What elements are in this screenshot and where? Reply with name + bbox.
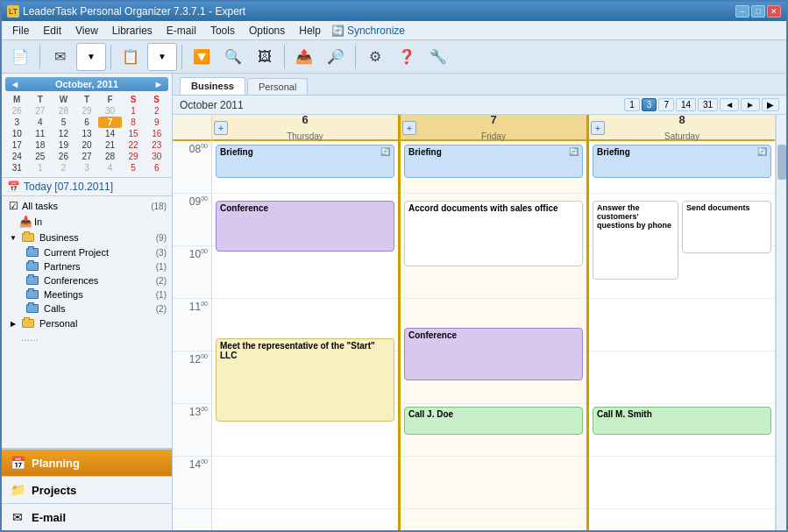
cal-day[interactable]: 2 bbox=[145, 105, 168, 117]
view-14day[interactable]: 14 bbox=[676, 98, 696, 111]
cal-day[interactable]: 27 bbox=[75, 151, 99, 162]
cal-day[interactable]: 22 bbox=[122, 139, 146, 151]
tree-item-business[interactable]: ▼ Business (9) bbox=[2, 230, 172, 245]
toolbar-settings-button[interactable]: ⚙ bbox=[360, 43, 390, 71]
sync-button[interactable]: 🔄 Synchronize bbox=[331, 25, 405, 37]
toolbar-send-button[interactable]: 📤 bbox=[289, 43, 319, 71]
toolbar-run-button[interactable]: 🔧 bbox=[423, 43, 453, 71]
cal-day[interactable]: 16 bbox=[145, 128, 168, 139]
cal-day[interactable]: 31 bbox=[5, 162, 29, 174]
view-1day[interactable]: 1 bbox=[624, 98, 640, 111]
cal-day[interactable]: 19 bbox=[52, 139, 75, 151]
cal-day[interactable]: 20 bbox=[75, 139, 99, 151]
mini-cal-next[interactable]: ► bbox=[153, 79, 165, 89]
maximize-button[interactable]: □ bbox=[751, 5, 765, 18]
view-3day[interactable]: 3 bbox=[642, 98, 657, 111]
nav-email[interactable]: ✉ E-mail bbox=[2, 503, 172, 530]
cal-day[interactable]: 9 bbox=[145, 117, 168, 128]
cal-day[interactable]: 28 bbox=[98, 151, 122, 162]
toolbar-find-button[interactable]: 🔎 bbox=[321, 43, 351, 71]
view-7day[interactable]: 7 bbox=[658, 98, 674, 111]
cal-day[interactable]: 12 bbox=[52, 128, 75, 139]
cal-day[interactable]: 17 bbox=[5, 139, 29, 151]
tree-item-current-project[interactable]: Current Project (3) bbox=[2, 245, 172, 259]
cal-day[interactable]: 14 bbox=[98, 128, 122, 139]
event-briefing-7[interactable]: Briefing 🔄 bbox=[404, 145, 583, 178]
menu-edit[interactable]: Edit bbox=[36, 23, 68, 39]
nav-planning[interactable]: 📅 Planning bbox=[2, 449, 172, 476]
close-button[interactable]: ✕ bbox=[767, 5, 781, 18]
toolbar-image-button[interactable]: 🖼 bbox=[250, 43, 280, 71]
mini-cal-prev[interactable]: ◄ bbox=[9, 79, 21, 89]
toolbar-task-dropdown[interactable]: ▼ bbox=[147, 43, 177, 71]
toolbar-search-button[interactable]: 🔍 bbox=[218, 43, 248, 71]
event-conference-6[interactable]: Conference bbox=[216, 201, 394, 252]
menu-view[interactable]: View bbox=[68, 23, 105, 39]
cal-day[interactable]: 6 bbox=[145, 162, 168, 174]
tree-item-all-tasks[interactable]: ☑ All tasks (18) bbox=[2, 198, 172, 214]
cal-day[interactable]: 2 bbox=[52, 162, 75, 174]
tree-item-conferences[interactable]: Conferences (2) bbox=[2, 273, 172, 287]
cal-day[interactable]: 10 bbox=[5, 128, 29, 139]
cal-day[interactable]: 5 bbox=[52, 117, 75, 128]
tab-business[interactable]: Business bbox=[180, 77, 245, 95]
nav-projects[interactable]: 📁 Projects bbox=[2, 476, 172, 503]
event-answer-8[interactable]: Answer the customers' questions by phone bbox=[593, 201, 678, 280]
cal-day-today[interactable]: 7 bbox=[98, 117, 122, 128]
cal-day[interactable]: 27 bbox=[29, 105, 53, 117]
toolbar-help-button[interactable]: ❓ bbox=[392, 43, 422, 71]
cal-day[interactable]: 13 bbox=[75, 128, 99, 139]
cal-day[interactable]: 4 bbox=[98, 162, 122, 174]
toolbar-filter-button[interactable]: 🔽 bbox=[187, 43, 217, 71]
add-event-button-6[interactable]: + bbox=[214, 121, 228, 135]
cal-day[interactable]: 29 bbox=[122, 151, 146, 162]
menu-email[interactable]: E-mail bbox=[160, 23, 203, 39]
toolbar-email-dropdown[interactable]: ▼ bbox=[76, 43, 106, 71]
tree-item-meetings[interactable]: Meetings (1) bbox=[2, 287, 172, 301]
cal-day[interactable]: 4 bbox=[29, 117, 53, 128]
toolbar-new-button[interactable]: 📄 bbox=[5, 43, 35, 71]
add-event-button-8[interactable]: + bbox=[591, 121, 605, 135]
minimize-button[interactable]: – bbox=[735, 5, 749, 18]
menu-file[interactable]: File bbox=[5, 23, 36, 39]
add-event-button-7[interactable]: + bbox=[402, 121, 416, 135]
toolbar-task-button[interactable]: 📋 bbox=[116, 43, 146, 71]
cal-day[interactable]: 18 bbox=[29, 139, 53, 151]
event-briefing-8[interactable]: Briefing 🔄 bbox=[593, 145, 771, 178]
cal-day[interactable]: 15 bbox=[122, 128, 146, 139]
tree-item-personal[interactable]: ▶ Personal bbox=[2, 316, 172, 331]
event-send-8[interactable]: Send documents bbox=[682, 201, 771, 253]
cal-day[interactable]: 5 bbox=[122, 162, 146, 174]
event-briefing-6[interactable]: Briefing 🔄 bbox=[216, 145, 394, 178]
event-meet-6[interactable]: Meet the representative of the "Start" L… bbox=[216, 338, 394, 422]
cal-day[interactable]: 26 bbox=[5, 105, 29, 117]
menu-tools[interactable]: Tools bbox=[203, 23, 242, 39]
view-31day[interactable]: 31 bbox=[698, 98, 718, 111]
event-callj-7[interactable]: Call J. Doe bbox=[404, 407, 583, 435]
cal-day[interactable]: 29 bbox=[75, 105, 99, 117]
cal-day[interactable]: 23 bbox=[145, 139, 168, 151]
cal-day[interactable]: 30 bbox=[145, 151, 168, 162]
cal-day[interactable]: 3 bbox=[5, 117, 29, 128]
cal-day[interactable]: 28 bbox=[52, 105, 75, 117]
view-today[interactable]: ▶ bbox=[762, 98, 779, 111]
cal-day[interactable]: 11 bbox=[29, 128, 53, 139]
tree-item-partners[interactable]: Partners (1) bbox=[2, 259, 172, 273]
menu-options[interactable]: Options bbox=[242, 23, 292, 39]
event-accord-7[interactable]: Accord documents with sales office bbox=[404, 201, 583, 266]
cal-day[interactable]: 1 bbox=[122, 105, 146, 117]
cal-day[interactable]: 21 bbox=[98, 139, 122, 151]
cal-day[interactable]: 3 bbox=[75, 162, 99, 174]
cal-day[interactable]: 26 bbox=[52, 151, 75, 162]
tree-item-calls[interactable]: Calls (2) bbox=[2, 301, 172, 316]
cal-day[interactable]: 8 bbox=[122, 117, 146, 128]
view-prev[interactable]: ◄ bbox=[720, 98, 739, 111]
menu-help[interactable]: Help bbox=[292, 23, 328, 39]
cal-day[interactable]: 30 bbox=[98, 105, 122, 117]
scrollbar[interactable] bbox=[776, 115, 786, 530]
event-conference-7[interactable]: Conference bbox=[404, 328, 583, 380]
cal-day[interactable]: 25 bbox=[29, 151, 53, 162]
today-label[interactable]: 📅 Today [07.10.2011] bbox=[2, 178, 172, 196]
view-next[interactable]: ► bbox=[741, 98, 760, 111]
event-callm-8[interactable]: Call M. Smith bbox=[593, 407, 771, 435]
